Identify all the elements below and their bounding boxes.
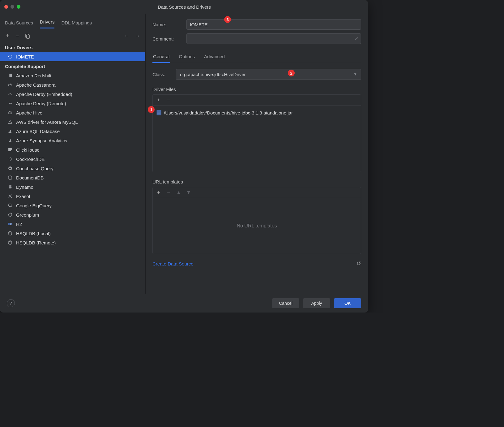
subtab-general[interactable]: General [152, 51, 170, 63]
documentdb-icon [7, 175, 13, 180]
jar-file-icon [156, 110, 161, 115]
driver-tree[interactable]: Amazon RedshiftApache CassandraApache De… [0, 71, 145, 294]
svg-rect-4 [10, 74, 11, 77]
svg-rect-9 [8, 148, 9, 151]
driver-row[interactable]: CockroachDB [0, 154, 145, 164]
subtab-options[interactable]: Options [178, 51, 195, 63]
name-input[interactable]: IOMETE [186, 19, 361, 30]
driver-row[interactable]: Dynamo [0, 182, 145, 192]
subtab-advanced[interactable]: Advanced [203, 51, 225, 63]
annotation-badge-1: 1 [148, 106, 155, 113]
add-driver-button[interactable]: + [5, 34, 10, 39]
driver-row-label: Couchbase Query [16, 166, 53, 171]
greenplum-icon [7, 212, 13, 218]
derby-icon [7, 91, 13, 97]
exasol-icon [7, 193, 13, 199]
driver-row-label: Apache Derby (Remote) [16, 101, 66, 106]
driver-row[interactable]: H2H2 [0, 219, 145, 229]
name-label: Name: [152, 22, 186, 27]
driver-row[interactable]: Amazon Redshift [0, 71, 145, 80]
nav-forward-button[interactable]: → [134, 33, 140, 39]
svg-rect-15 [9, 168, 11, 169]
tab-drivers[interactable]: Drivers [40, 19, 55, 28]
nav-back-button[interactable]: ← [123, 33, 129, 39]
driver-row[interactable]: Azure SQL Database [0, 127, 145, 136]
tab-ddl-mappings[interactable]: DDL Mappings [61, 20, 92, 28]
svg-point-13 [9, 158, 11, 160]
move-down-button[interactable]: ▼ [186, 190, 190, 195]
driver-row[interactable]: Apache Derby (Remote) [0, 99, 145, 108]
driver-row-label: HSQLDB (Local) [16, 231, 51, 236]
driver-row-label: AWS driver for Aurora MySQL [16, 119, 78, 125]
h2-icon: H2 [7, 221, 13, 227]
expand-icon: ⤢ [355, 36, 358, 41]
dynamo-icon [7, 184, 13, 190]
window-zoom-button[interactable] [17, 5, 20, 9]
driver-row[interactable]: Google BigQuery [0, 201, 145, 210]
driver-row[interactable]: HSQLDB (Local) [0, 229, 145, 238]
annotation-badge-2: 2 [288, 70, 295, 76]
window-title: Data Sources and Drivers [20, 4, 348, 10]
driver-files-label: Driver Files [152, 87, 361, 92]
driver-row-label: Greenplum [16, 212, 39, 218]
svg-rect-11 [10, 148, 11, 151]
driver-row-iomete[interactable]: IOMETE [0, 52, 145, 61]
remove-driver-button[interactable]: − [15, 34, 20, 39]
driver-row[interactable]: HSQLDB (Remote) [0, 238, 145, 247]
driver-row-label: Dynamo [16, 184, 33, 190]
driver-row-label: Azure Synapse Analytics [16, 138, 67, 143]
driver-row-label: DocumentDB [16, 175, 44, 180]
driver-row[interactable]: ClickHouse [0, 145, 145, 154]
azure-icon [7, 138, 13, 143]
cassandra-icon [7, 82, 13, 88]
driver-row-label: Apache Derby (Embedded) [16, 92, 72, 97]
remove-url-template-button[interactable]: − [166, 190, 171, 195]
driver-row-label: H2 [16, 222, 22, 227]
bigquery-icon [7, 203, 13, 208]
remove-file-button[interactable]: − [166, 97, 171, 103]
ok-button[interactable]: OK [334, 298, 361, 308]
driver-row[interactable]: Azure Synapse Analytics [0, 136, 145, 145]
window-close-button[interactable] [4, 5, 8, 9]
svg-point-17 [9, 185, 12, 187]
derby-icon [7, 101, 13, 106]
azure-icon [7, 128, 13, 134]
svg-point-2 [9, 55, 12, 58]
driver-row[interactable]: Apache Cassandra [0, 80, 145, 89]
svg-text:H2: H2 [9, 223, 12, 225]
driver-row[interactable]: Greenplum [0, 210, 145, 219]
chevron-down-icon: ▼ [353, 72, 357, 76]
help-button[interactable]: ? [7, 299, 15, 307]
apply-button[interactable]: Apply [303, 298, 330, 308]
duplicate-driver-button[interactable] [25, 34, 30, 39]
driver-file-path: /Users/vusaldadalov/Documents/hive-jdbc-… [164, 110, 293, 115]
driver-row[interactable]: AWS driver for Aurora MySQL [0, 117, 145, 127]
driver-row-label: HSQLDB (Remote) [16, 240, 56, 245]
create-data-source-link[interactable]: Create Data Source [152, 261, 194, 266]
driver-row[interactable]: Exasol [0, 192, 145, 201]
driver-row[interactable]: Apache Derby (Embedded) [0, 89, 145, 99]
driver-file-row[interactable]: /Users/vusaldadalov/Documents/hive-jdbc-… [156, 109, 357, 117]
svg-rect-3 [9, 74, 10, 77]
url-templates-empty-text: No URL templates [153, 198, 361, 254]
comment-input[interactable]: ⤢ [186, 33, 361, 44]
hsqldb-icon [7, 231, 13, 236]
cancel-button[interactable]: Cancel [272, 298, 299, 308]
driver-row-label: Google BigQuery [16, 203, 52, 208]
add-url-template-button[interactable]: + [156, 190, 161, 195]
svg-point-18 [9, 187, 12, 188]
window-minimize-button[interactable] [11, 5, 14, 9]
hive-icon [7, 110, 13, 115]
driver-row[interactable]: DocumentDB [0, 173, 145, 182]
tab-data-sources[interactable]: Data Sources [5, 20, 33, 28]
hsqldb-icon [7, 240, 13, 245]
driver-row[interactable]: Apache Hive [0, 108, 145, 117]
aurora-icon [7, 119, 13, 125]
class-value: org.apache.hive.jdbc.HiveDriver [180, 72, 246, 77]
driver-row[interactable]: Couchbase Query [0, 164, 145, 173]
revert-button[interactable]: ↺ [357, 260, 361, 267]
move-up-button[interactable]: ▲ [176, 190, 181, 195]
class-select[interactable]: org.apache.hive.jdbc.HiveDriver ▼ [176, 69, 361, 80]
add-file-button[interactable]: + [156, 97, 161, 103]
svg-rect-1 [27, 35, 29, 38]
